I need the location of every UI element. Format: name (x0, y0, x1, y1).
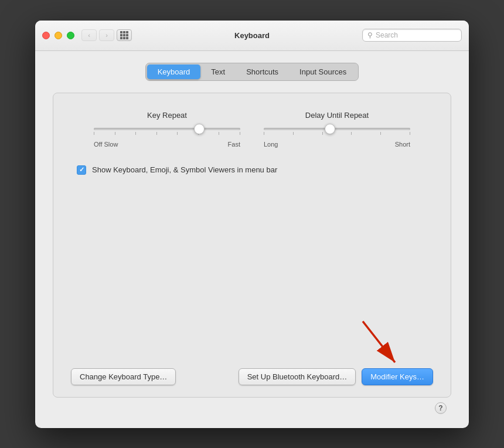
key-repeat-track[interactable] (94, 128, 240, 130)
grid-view-button[interactable] (117, 29, 132, 41)
key-repeat-left-label: Off Slow (94, 141, 118, 148)
checkmark-icon: ✓ (79, 167, 84, 173)
nav-buttons: ‹ › (81, 29, 114, 41)
key-repeat-track-container (94, 128, 240, 135)
back-button[interactable]: ‹ (81, 29, 97, 41)
search-input[interactable] (376, 31, 457, 39)
delay-repeat-track[interactable] (264, 128, 410, 130)
delay-repeat-group: Delay Until Repeat Long Short (264, 111, 410, 148)
tab-text[interactable]: Text (200, 65, 236, 79)
sliders-row: Key Repeat Off Slow Fast (71, 111, 433, 148)
search-box[interactable]: ⚲ (362, 29, 462, 42)
close-button[interactable] (42, 32, 50, 39)
tabs-container: Keyboard Text Shortcuts Input Sources (53, 63, 451, 81)
change-keyboard-type-button[interactable]: Change Keyboard Type… (71, 368, 176, 385)
setup-bluetooth-button[interactable]: Set Up Bluetooth Keyboard… (239, 368, 356, 385)
delay-repeat-thumb[interactable] (325, 124, 335, 134)
traffic-lights (42, 32, 74, 39)
maximize-button[interactable] (67, 32, 74, 39)
key-repeat-group: Key Repeat Off Slow Fast (94, 111, 240, 148)
settings-panel: Key Repeat Off Slow Fast (53, 93, 451, 398)
delay-repeat-track-container (264, 128, 410, 135)
key-repeat-thumb[interactable] (194, 124, 205, 134)
help-button[interactable]: ? (435, 402, 447, 414)
delay-repeat-end-labels: Long Short (264, 141, 410, 148)
delay-repeat-left-label: Long (264, 141, 278, 148)
key-repeat-right-label: Fast (228, 141, 240, 148)
delay-repeat-label: Delay Until Repeat (305, 111, 369, 120)
tab-keyboard[interactable]: Keyboard (147, 65, 201, 79)
delay-repeat-right-label: Short (395, 141, 410, 148)
modifier-keys-button[interactable]: Modifier Keys… (362, 368, 433, 385)
btn-group-right: Set Up Bluetooth Keyboard… Modifier Keys… (239, 368, 433, 385)
forward-button[interactable]: › (99, 29, 114, 41)
help-row: ? (53, 398, 451, 416)
grid-icon (120, 31, 128, 39)
minimize-button[interactable] (55, 32, 62, 39)
window-title: Keyboard (234, 31, 270, 40)
key-repeat-ticks (94, 132, 240, 135)
key-repeat-end-labels: Off Slow Fast (94, 141, 240, 148)
titlebar: ‹ › Keyboard ⚲ (35, 21, 469, 51)
delay-repeat-ticks (264, 132, 410, 135)
content-area: Keyboard Text Shortcuts Input Sources Ke… (35, 51, 469, 428)
show-viewers-checkbox[interactable]: ✓ (77, 165, 86, 175)
window: ‹ › Keyboard ⚲ Keyboard Text Shortcuts I… (35, 21, 469, 428)
tab-input-sources[interactable]: Input Sources (289, 65, 357, 79)
tab-shortcuts[interactable]: Shortcuts (236, 65, 289, 79)
checkbox-row: ✓ Show Keyboard, Emoji, & Symbol Viewers… (71, 165, 433, 175)
bottom-buttons: Change Keyboard Type… Set Up Bluetooth K… (71, 368, 433, 385)
show-viewers-label: Show Keyboard, Emoji, & Symbol Viewers i… (92, 165, 277, 174)
search-icon: ⚲ (367, 31, 373, 39)
tabs: Keyboard Text Shortcuts Input Sources (145, 63, 359, 81)
key-repeat-label: Key Repeat (147, 111, 187, 120)
